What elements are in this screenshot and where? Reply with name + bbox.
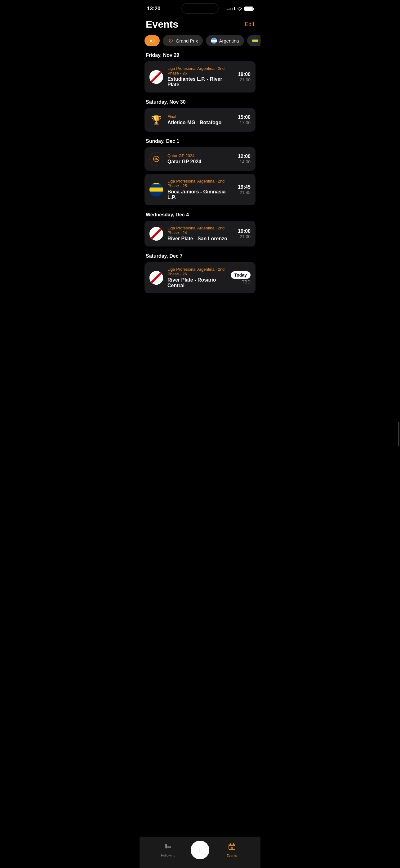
battery-icon <box>244 6 253 11</box>
event-info: Liga Profesional Argentina · 2nd Phase -… <box>167 179 233 200</box>
trophy-icon: 🏆 <box>149 113 163 127</box>
event-info: Final Atletico-MG - Botafogo <box>167 114 233 125</box>
event-info: Qatar GP 2024 Qatar GP 2024 <box>167 153 233 164</box>
event-card[interactable]: 🏆 Final Atletico-MG - Botafogo 15:00 17:… <box>144 108 256 132</box>
event-time-start: 15:00 <box>238 115 251 120</box>
event-time-start: 19:00 <box>238 72 251 77</box>
today-badge: Today <box>231 271 251 279</box>
event-match: Qatar GP 2024 <box>167 159 233 164</box>
status-time: 13:20 <box>147 6 160 12</box>
filter-tab-argentina-label: Argentina <box>219 38 239 43</box>
filter-tab-grand-prix-label: Grand Prix <box>176 38 198 43</box>
event-match: River Plate - Rosario Central <box>167 277 226 288</box>
event-card[interactable]: Qatar GP 2024 Qatar GP 2024 12:00 14:00 <box>144 147 256 171</box>
event-match: Estudiantes L.P. - River Plate <box>167 76 233 88</box>
event-info: Liga Profesional Argentina · 2nd Phase -… <box>167 66 233 88</box>
date-saturday: Saturday, Nov 30 <box>139 99 261 108</box>
filter-tab-all-label: All <box>149 38 155 43</box>
event-match: River Plate - San Lorenzo <box>167 236 233 242</box>
event-time-end: 17:00 <box>238 120 251 125</box>
page-title: Events <box>146 19 178 30</box>
tbd-text: TBD <box>231 279 251 284</box>
date-wednesday: Wednesday, Dec 4 <box>139 212 261 221</box>
grand-prix-icon <box>168 37 174 44</box>
event-card[interactable]: Liga Profesional Argentina · 2nd Phase -… <box>144 174 256 205</box>
event-time-start: 12:00 <box>238 154 251 159</box>
argentina-icon <box>211 37 217 44</box>
event-time-start: 19:00 <box>238 228 251 234</box>
edit-button[interactable]: Edit <box>245 21 254 28</box>
event-league: Qatar GP 2024 <box>167 153 233 158</box>
page-header: Events Edit <box>139 16 261 35</box>
event-league: Liga Profesional Argentina · 2nd Phase -… <box>167 267 226 276</box>
event-league: Final <box>167 114 233 119</box>
river-plate-logo-2 <box>149 227 163 241</box>
event-info: Liga Profesional Argentina · 2nd Phase -… <box>167 226 233 242</box>
wifi-icon <box>237 6 242 11</box>
event-match: Atletico-MG - Botafogo <box>167 120 233 125</box>
filter-tab-all[interactable]: All <box>144 35 160 46</box>
event-time: Today TBD <box>231 271 251 284</box>
event-time: 12:00 14:00 <box>238 154 251 164</box>
f1-logo <box>149 152 163 166</box>
boca-juniors-logo <box>149 183 163 196</box>
filter-tab-boca[interactable]: Boca Juniors <box>247 35 261 46</box>
signal-icon <box>227 7 235 10</box>
date-saturday-dec7: Saturday, Dec 7 <box>139 253 261 262</box>
event-time: 15:00 17:00 <box>238 115 251 125</box>
event-time-end: 21:00 <box>238 77 251 82</box>
event-info: Liga Profesional Argentina · 2nd Phase -… <box>167 267 226 288</box>
event-league: Liga Profesional Argentina · 2nd Phase -… <box>167 66 233 75</box>
dynamic-island <box>181 3 219 14</box>
event-time-start: 19:45 <box>238 184 251 190</box>
event-time-end: 14:00 <box>238 159 251 164</box>
event-league: Liga Profesional Argentina · 2nd Phase -… <box>167 226 233 235</box>
date-sunday: Sunday, Dec 1 <box>139 138 261 147</box>
event-time-end: 21:00 <box>238 234 251 239</box>
event-league: Liga Profesional Argentina · 2nd Phase -… <box>167 179 233 188</box>
event-time-end: 21:45 <box>238 190 251 195</box>
date-friday: Friday, Nov 29 <box>139 53 261 61</box>
event-time: 19:00 21:00 <box>238 72 251 82</box>
event-match: Boca Juniors - Gimnasia L.P. <box>167 189 233 200</box>
river-plate-logo-3 <box>149 271 163 285</box>
event-card[interactable]: Liga Profesional Argentina · 2nd Phase -… <box>144 221 256 247</box>
event-time: 19:00 21:00 <box>238 228 251 239</box>
event-card[interactable]: Liga Profesional Argentina · 2nd Phase -… <box>144 61 256 93</box>
event-time: 19:45 21:45 <box>238 184 251 195</box>
filter-tab-argentina[interactable]: Argentina <box>206 35 244 46</box>
filter-tab-boca-label: Boca Juniors <box>260 38 261 43</box>
filter-tab-grand-prix[interactable]: Grand Prix <box>163 35 203 46</box>
boca-tab-icon <box>252 37 258 44</box>
status-icons <box>227 6 253 11</box>
event-card[interactable]: Liga Profesional Argentina · 2nd Phase -… <box>144 262 256 293</box>
river-plate-logo <box>149 70 163 84</box>
filter-tabs: All Grand Prix Argentina Boca Juniors <box>139 35 261 53</box>
